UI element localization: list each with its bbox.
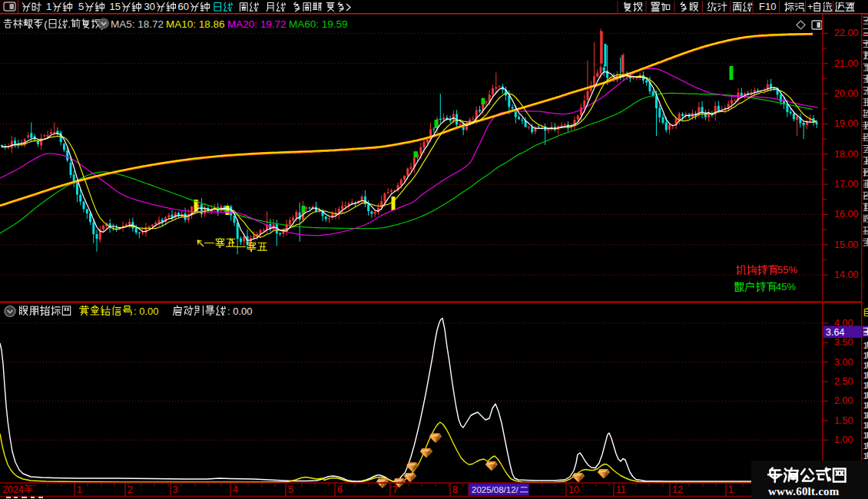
svg-text:3.00: 3.00 [834,357,853,368]
svg-text:: 0.00: : 0.00 [134,306,159,317]
svg-text:11: 11 [616,484,626,495]
svg-text:3.50: 3.50 [834,337,853,348]
svg-text:8: 8 [452,484,458,495]
svg-text:18.00: 18.00 [834,149,858,160]
svg-text:: 0.00: : 0.00 [227,306,253,317]
svg-text:3: 3 [173,484,178,495]
svg-text:1: 1 [46,1,51,12]
svg-text:3.64: 3.64 [826,327,844,338]
svg-text:60: 60 [178,1,189,12]
svg-text:1.00: 1.00 [834,435,853,445]
svg-text:4: 4 [233,484,238,495]
svg-text:15: 15 [110,1,121,12]
svg-text:21.00: 21.00 [834,58,858,69]
svg-text:(: ( [44,18,48,30]
svg-text:45%: 45% [776,281,796,292]
svg-text:2: 2 [128,484,133,495]
svg-text:15.00: 15.00 [834,240,858,250]
svg-text:2025/08/12/: 2025/08/12/ [472,485,519,494]
svg-text:1: 1 [77,484,82,495]
svg-text:2024: 2024 [2,484,24,495]
svg-text:20.00: 20.00 [834,88,858,99]
svg-text:6: 6 [337,484,343,495]
svg-text:16.00: 16.00 [834,209,858,220]
svg-text:www.60lt.com: www.60lt.com [768,485,840,497]
svg-text:12: 12 [672,484,683,495]
svg-text:14.00: 14.00 [834,269,858,280]
svg-text:10: 10 [568,484,579,495]
svg-text:17.00: 17.00 [834,179,858,190]
svg-text:2.00: 2.00 [834,395,853,406]
svg-text:MA10: 18.86: MA10: 18.86 [166,18,225,30]
svg-text:MA60: 19.59: MA60: 19.59 [289,18,348,30]
svg-text:MA5: 18.72: MA5: 18.72 [111,18,164,30]
svg-text:19.00: 19.00 [834,118,858,129]
svg-text:F10: F10 [759,1,776,12]
svg-text:30: 30 [144,1,155,12]
svg-text:5: 5 [78,1,84,12]
svg-text:55%: 55% [777,264,797,276]
svg-text:22.00: 22.00 [834,28,858,38]
svg-text:5: 5 [288,484,293,495]
svg-text:.: . [68,18,71,30]
svg-text:MA20: 19.72: MA20: 19.72 [227,18,287,30]
svg-text:+: + [807,1,813,12]
svg-text:7: 7 [393,484,398,495]
svg-text:2.50: 2.50 [834,376,853,387]
svg-text:1.50: 1.50 [834,415,853,426]
svg-text:1: 1 [728,484,734,495]
